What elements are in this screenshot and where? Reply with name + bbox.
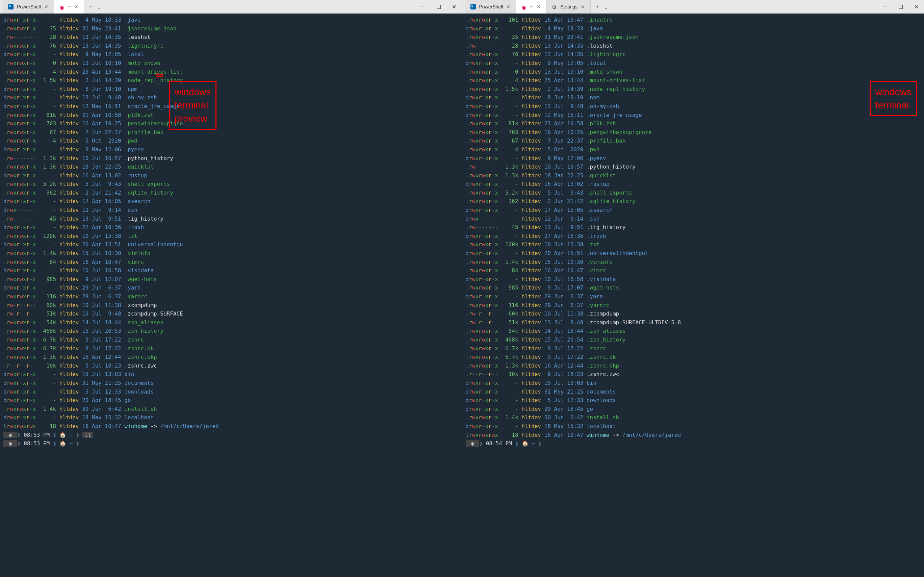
file-row: .rwxrwxr-x 67 hltdev 7 Jun 22:37 .profil… <box>466 137 921 145</box>
titlebar-left: PowerShell✕◉~✕ ＋ ⌄ ─ ☐ ✕ <box>0 0 462 13</box>
tab-settings[interactable]: ⚙Settings✕ <box>546 0 591 13</box>
file-row: drwxr-xr-x - hltdev 29 Jun 6:37 .yarn <box>466 292 921 301</box>
tabs-left: PowerShell✕◉~✕ <box>3 0 84 13</box>
file-row: .rwxrwxr-x 6.7k hltdev 9 Jul 17:22 .zshr… <box>3 344 459 353</box>
file-row: .rwxrwxr-x 703 hltdev 16 Apr 10:25 .peng… <box>466 128 921 137</box>
tab-actions: ＋ ⌄ <box>84 3 105 10</box>
file-row: drwxr-xr-x - hltdev 5 Jul 12:33 download… <box>3 387 459 396</box>
tab-close-button[interactable]: ✕ <box>44 4 48 10</box>
file-row: drwxr-xr-x - hltdev 27 Apr 16:36 .trash <box>466 232 921 240</box>
new-tab-button[interactable]: ＋ <box>88 3 93 10</box>
file-row: .rwxrwxr-x 101 hltdev 16 Apr 10:47 .inpu… <box>466 16 921 24</box>
right-pane: PowerShell✕◉~✕⚙Settings✕ ＋ ⌄ ─ ☐ ✕ .rwxr… <box>462 0 924 577</box>
minimize-button[interactable]: ─ <box>877 0 893 13</box>
file-row: .rwxrwxr-x 6.7k hltdev 9 Jul 17:22 .zshr… <box>466 353 921 361</box>
file-row: drwxr-xr-x - hltdev 13 Jul 9:48 .oh-my-z… <box>3 93 459 102</box>
file-row: drwxr-xr-x - hltdev 27 Apr 16:36 .trash <box>3 223 459 232</box>
debian-icon: ◉ <box>60 4 65 10</box>
tab-dropdown-button[interactable]: ⌄ <box>98 4 101 10</box>
file-row: drwxr-xr-x - hltdev 13 Jul 9:48 .oh-my-z… <box>466 102 921 111</box>
file-row: .rwxrwxr-x 1.3k hltdev 18 Jan 22:25 .qui… <box>3 163 459 171</box>
file-row: .rwxrwxr-x 54k hltdev 14 Jul 18:44 .zsh_… <box>3 318 459 327</box>
file-row: drwxr-xr-x - hltdev 12 May 15:11 .oracle… <box>3 102 459 111</box>
file-row: drwxr-xr-x - hltdev 20 Apr 18:45 go <box>466 405 921 414</box>
home-icon: 🏠 <box>60 440 66 446</box>
tab-[interactable]: ◉~✕ <box>54 0 84 13</box>
file-row: .rwxrwxr-x 35 hltdev 31 May 23:41 .jsonr… <box>466 33 921 42</box>
tab-close-button[interactable]: ✕ <box>581 4 585 10</box>
file-row: .rwxrwxr-x 1.4k hltdev 30 Jun 6:42 insta… <box>466 413 921 422</box>
file-row: drwxr-xr-x - hltdev 8 Jun 19:10 .npm <box>3 85 459 93</box>
file-row: .rwxrwxr-x 35 hltdev 31 May 23:41 .jsonr… <box>3 24 459 33</box>
tab-label: ~ <box>68 4 71 10</box>
terminal-right[interactable]: .rwxrwxr-x 101 hltdev 16 Apr 10:47 .inpu… <box>462 13 924 577</box>
prompt-line[interactable]: ◉ ❯ 08:53 PM ❯ 🏠 ~ ❯ ll <box>3 431 459 440</box>
minimize-button[interactable]: ─ <box>415 0 431 13</box>
new-tab-button[interactable]: ＋ <box>595 3 600 10</box>
file-row: drwxr-xr-x - hltdev 18 May 15:32 localho… <box>466 422 921 431</box>
debian-prompt-icon: ◉ <box>3 432 17 438</box>
file-row: .rwxrwxr-x 985 hltdev 9 Jul 17:07 .wget-… <box>466 284 921 292</box>
file-row: .rwxrwxr-x 1.4k hltdev 30 Jun 6:42 insta… <box>3 405 459 414</box>
tab-[interactable]: ◉~✕ <box>516 0 546 13</box>
powershell-icon <box>8 4 13 10</box>
close-button[interactable]: ✕ <box>446 0 462 13</box>
maximize-button[interactable]: ☐ <box>893 0 908 13</box>
file-row: drwxr-xr-x - hltdev 8 Jun 19:10 .npm <box>466 93 921 102</box>
file-row: .rwxrwxr-x 6.7k hltdev 9 Jul 17:22 .zshr… <box>3 335 459 344</box>
terminal-left[interactable]: drwxr-xr-x - hltdev 4 May 18:33 .java.rw… <box>0 13 462 577</box>
annotation-left: windows terminal preview <box>169 81 216 130</box>
tabs-right: PowerShell✕◉~✕⚙Settings✕ <box>465 0 591 13</box>
tab-close-button[interactable]: ✕ <box>74 4 78 10</box>
file-row: .rwxrwxr-x 468k hltdev 15 Jul 20:54 .zsh… <box>466 335 921 344</box>
file-row: drwxr-xr-x - hltdev 20 Apr 18:45 go <box>3 396 459 405</box>
file-row: drwxr-xr-x - hltdev 9 May 12:06 .pyenv <box>466 154 921 163</box>
file-row: .rw-r--r-- 51k hltdev 13 Jul 9:48 .zcomp… <box>466 318 921 327</box>
file-row: lrwxrwxrwx 18 hltdev 16 Apr 10:47 winhom… <box>466 431 921 440</box>
annotation-arrow-icon: ⇦ <box>155 63 163 85</box>
file-row: .rwxrwxr-x 116 hltdev 29 Jun 6:37 .yarnr… <box>3 292 459 301</box>
file-row: .rwxrwxr-x 76 hltdev 13 Jun 14:35 .light… <box>466 50 921 59</box>
tab-dropdown-button[interactable]: ⌄ <box>604 4 608 10</box>
file-row: .rwxrwxr-x 116 hltdev 29 Jun 6:37 .yarnr… <box>466 301 921 310</box>
tab-label: Settings <box>560 4 578 10</box>
left-pane: PowerShell✕◉~✕ ＋ ⌄ ─ ☐ ✕ drwxr-xr-x - hl… <box>0 0 462 577</box>
prompt-line[interactable]: ◉ ❯ 08:54 PM ❯ 🏠 ~ ❯ <box>466 439 921 448</box>
maximize-button[interactable]: ☐ <box>431 0 446 13</box>
tab-label: PowerShell <box>17 4 41 10</box>
file-row: .rwxrwxr-x 1.3k hltdev 16 Apr 12:44 .zsh… <box>3 353 459 361</box>
window-controls: ─ ☐ ✕ <box>877 0 924 13</box>
file-row: .rwxrwxr-x 67 hltdev 7 Jun 22:37 .profil… <box>3 128 459 137</box>
debian-icon: ◉ <box>522 4 527 10</box>
tab-close-button[interactable]: ✕ <box>506 4 510 10</box>
file-row: .rwxrwxr-x 985 hltdev 9 Jul 17:07 .wget-… <box>3 275 459 284</box>
file-row: .rwxrwxr-x 1.4k hltdev 15 Jul 10:30 .vim… <box>466 258 921 266</box>
file-row: drwxr-xr-x - hltdev 12 May 15:11 .oracle… <box>466 111 921 119</box>
file-row: drwx------ - hltdev 12 Jun 9:14 .ssh <box>466 214 921 223</box>
file-row: .rw------- 1.3k hltdev 10 Jul 16:57 .pyt… <box>3 154 459 163</box>
file-row: .rwxrwxr-x 6.7k hltdev 9 Jul 17:22 .zshr… <box>466 344 921 353</box>
file-row: .rwxrwxr-x 0 hltdev 13 Jul 10:10 .motd_s… <box>466 68 921 76</box>
file-row: .rwxrwxr-x 4 hltdev 25 Apr 13:44 .mount-… <box>3 68 459 76</box>
tab-powershell[interactable]: PowerShell✕ <box>465 0 517 13</box>
file-row: .rwxrwxr-x 4 hltdev 5 Oct 2020 .pwd <box>3 137 459 145</box>
prompt-line[interactable]: ◉ ❯ 08:53 PM ❯ 🏠 ~ ❯ <box>3 439 459 448</box>
close-button[interactable]: ✕ <box>908 0 924 13</box>
file-row: .rwxrwxr-x 1.3k hltdev 16 Apr 12:44 .zsh… <box>466 361 921 370</box>
file-row: .rwxrwxr-x 76 hltdev 13 Jun 14:35 .light… <box>3 42 459 50</box>
file-row: drwxr-xr-x - hltdev 16 Apr 13:02 .rustup <box>3 171 459 180</box>
file-row: .rw-r--r-- 60k hltdev 10 Jul 11:38 .zcom… <box>3 301 459 310</box>
tab-powershell[interactable]: PowerShell✕ <box>3 0 54 13</box>
file-row: .rwxrwxr-x 120k hltdev 10 Jun 15:38 .txt <box>3 232 459 240</box>
file-row: drwxr-xr-x - hltdev 9 May 12:06 .pyenv <box>3 145 459 154</box>
file-row: drwxr-xr-x - hltdev 10 Jul 16:58 .visida… <box>466 275 921 284</box>
file-row: drwxr-xr-x - hltdev 5 Jul 12:33 download… <box>466 396 921 405</box>
file-row: .rwxrwxr-x 703 hltdev 16 Apr 10:25 .peng… <box>3 119 459 128</box>
file-row: .rwxrwxr-x 362 hltdev 2 Jun 21:42 .sqlit… <box>466 197 921 206</box>
debian-prompt-icon: ◉ <box>466 440 480 446</box>
tab-label: PowerShell <box>479 4 503 10</box>
tab-close-button[interactable]: ✕ <box>537 4 541 10</box>
file-row: .rwxrwxr-x 5.2k hltdev 5 Jul 9:43 .shell… <box>466 189 921 197</box>
file-row: drwxr-xr-x - hltdev 16 Apr 13:02 .rustup <box>466 180 921 189</box>
file-row: drwxr-xr-x - hltdev 17 Apr 15:05 .ssearc… <box>466 206 921 214</box>
